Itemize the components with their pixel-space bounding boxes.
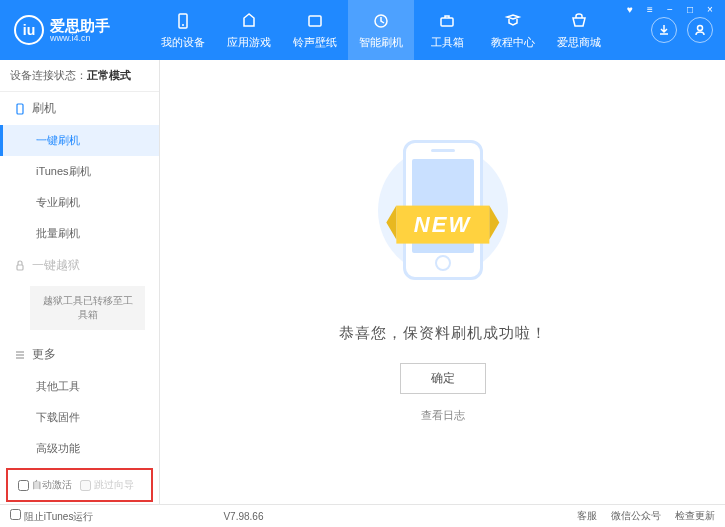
app-header: iu 爱思助手 www.i4.cn 我的设备 应用游戏 铃声壁纸 智能刷机 工具… [0,0,725,60]
list-icon [14,349,26,361]
minimize-icon[interactable]: − [663,4,677,15]
nav-ringtones[interactable]: 铃声壁纸 [282,0,348,60]
sidebar-item-download-fw[interactable]: 下载固件 [0,402,159,433]
section-flash[interactable]: 刷机 [0,92,159,125]
sidebar-item-itunes-flash[interactable]: iTunes刷机 [0,156,159,187]
lock-icon [14,260,26,272]
jailbreak-note: 越狱工具已转移至工具箱 [30,286,145,330]
sidebar-item-other-tools[interactable]: 其他工具 [0,371,159,402]
section-jailbreak: 一键越狱 [0,249,159,282]
svg-point-5 [698,26,703,31]
svg-point-1 [182,24,184,26]
checkbox-auto-activate[interactable]: 自动激活 [18,478,72,492]
wifi-icon[interactable]: ♥ [623,4,637,15]
ringtone-icon [305,11,325,31]
nav-smart-flash[interactable]: 智能刷机 [348,0,414,60]
nav-tutorials[interactable]: 教程中心 [480,0,546,60]
toolbox-icon [437,11,457,31]
apps-icon [239,11,259,31]
sidebar-item-pro-flash[interactable]: 专业刷机 [0,187,159,218]
app-url: www.i4.cn [50,33,110,43]
nav-apps[interactable]: 应用游戏 [216,0,282,60]
device-icon [173,11,193,31]
footer: 阻止iTunes运行 V7.98.66 客服 微信公众号 检查更新 [0,504,725,527]
footer-link-wechat[interactable]: 微信公众号 [611,509,661,523]
sidebar: 设备连接状态：正常模式 刷机 一键刷机 iTunes刷机 专业刷机 批量刷机 一… [0,60,160,504]
nav-store[interactable]: 爱思商城 [546,0,612,60]
logo-area: iu 爱思助手 www.i4.cn [0,15,150,45]
svg-rect-4 [441,18,453,26]
sidebar-item-oneclick-flash[interactable]: 一键刷机 [0,125,159,156]
tutorial-icon [503,11,523,31]
view-log-link[interactable]: 查看日志 [421,408,465,423]
app-name: 爱思助手 [50,18,110,33]
menu-icon[interactable]: ≡ [643,4,657,15]
nav-my-device[interactable]: 我的设备 [150,0,216,60]
maximize-icon[interactable]: □ [683,4,697,15]
footer-link-update[interactable]: 检查更新 [675,509,715,523]
svg-rect-6 [17,104,23,114]
version-label: V7.98.66 [223,511,263,522]
svg-rect-2 [309,16,321,26]
checkbox-block-itunes[interactable]: 阻止iTunes运行 [10,509,93,524]
checkbox-skip-guide[interactable]: 跳过向导 [80,478,134,492]
download-button[interactable] [651,17,677,43]
svg-rect-7 [17,265,23,270]
flash-section-icon [14,103,26,115]
top-nav: 我的设备 应用游戏 铃声壁纸 智能刷机 工具箱 教程中心 爱思商城 [150,0,651,60]
logo-icon: iu [14,15,44,45]
footer-link-support[interactable]: 客服 [577,509,597,523]
main-content: NEW 恭喜您，保资料刷机成功啦！ 确定 查看日志 [160,60,725,504]
options-box: 自动激活 跳过向导 [6,468,153,502]
sidebar-item-batch-flash[interactable]: 批量刷机 [0,218,159,249]
ok-button[interactable]: 确定 [400,363,486,394]
section-more[interactable]: 更多 [0,338,159,371]
new-banner: NEW [396,205,489,243]
success-message: 恭喜您，保资料刷机成功啦！ [339,324,547,343]
store-icon [569,11,589,31]
close-icon[interactable]: × [703,4,717,15]
device-status: 设备连接状态：正常模式 [0,60,159,92]
sidebar-item-advanced[interactable]: 高级功能 [0,433,159,464]
flash-icon [371,11,391,31]
success-illustration: NEW [343,122,543,312]
nav-toolbox[interactable]: 工具箱 [414,0,480,60]
user-button[interactable] [687,17,713,43]
